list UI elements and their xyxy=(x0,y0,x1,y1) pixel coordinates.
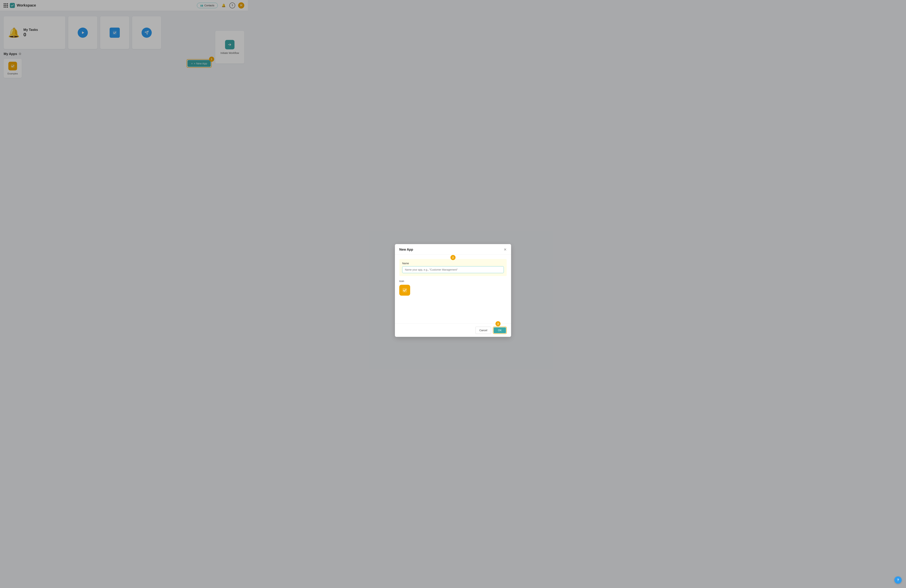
modal-overlay[interactable]: 2 New App ✕ Name Icon xyxy=(0,0,248,153)
